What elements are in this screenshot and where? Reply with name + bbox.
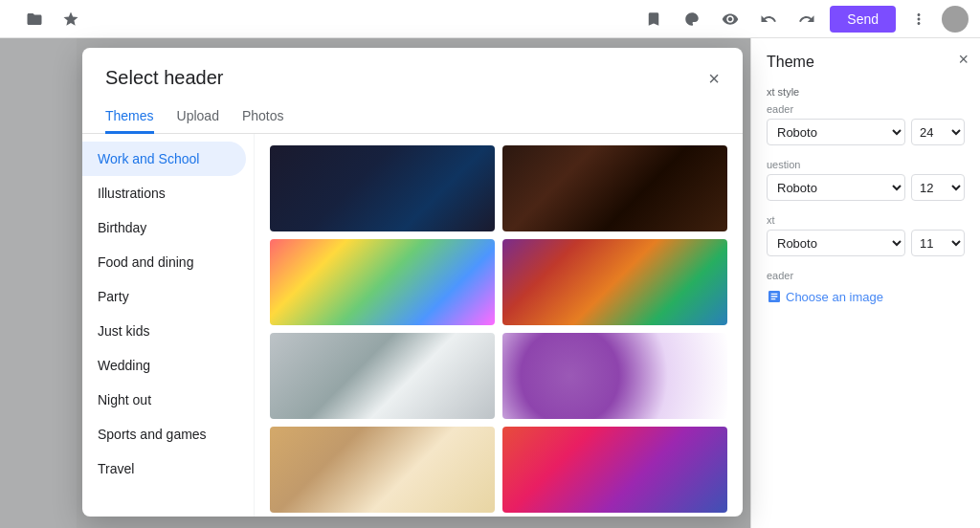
star-icon[interactable]	[56, 4, 86, 34]
question-font-row: Roboto 12	[767, 174, 965, 201]
redo-icon[interactable]	[791, 4, 822, 34]
text-style-label: xt style	[767, 86, 965, 98]
right-panel-close-button[interactable]: ×	[958, 50, 969, 70]
question-section: uestion Roboto 12	[767, 159, 965, 201]
image-tile-book[interactable]	[270, 427, 495, 513]
category-item-work-and-school[interactable]: Work and School	[82, 142, 246, 176]
category-list: Work and School Illustrations Birthday F…	[82, 134, 255, 517]
category-item-birthday[interactable]: Birthday	[82, 210, 246, 245]
category-item-illustrations[interactable]: Illustrations	[82, 176, 246, 210]
image-tile-candy[interactable]	[270, 239, 495, 325]
bookmark-icon[interactable]	[638, 4, 669, 34]
choose-image-button[interactable]: Choose an image	[767, 289, 965, 304]
toolbar: Send	[0, 0, 980, 38]
folder-icon[interactable]	[19, 4, 50, 34]
modal-close-button[interactable]: ×	[708, 69, 720, 88]
category-item-food-and-dining[interactable]: Food and dining	[82, 245, 246, 279]
modal-title: Select header	[105, 67, 223, 89]
image-grid	[255, 134, 743, 517]
category-item-night-out[interactable]: Night out	[82, 383, 246, 417]
header-image-label: eader	[767, 270, 965, 281]
modal-tabs: Themes Upload Photos	[82, 100, 743, 134]
avatar[interactable]	[942, 6, 969, 33]
header-font-select[interactable]: Roboto	[767, 119, 905, 145]
question-font-select[interactable]: Roboto	[767, 174, 905, 201]
category-item-party[interactable]: Party	[82, 279, 246, 314]
category-item-wedding[interactable]: Wedding	[82, 348, 246, 383]
choose-image-label: Choose an image	[786, 290, 883, 304]
text-style-section: xt style eader Roboto 24	[767, 86, 965, 145]
image-tile-threads[interactable]	[502, 239, 727, 325]
toolbar-left-icons	[19, 4, 86, 34]
category-item-travel[interactable]: Travel	[82, 451, 246, 486]
text-font-row: Roboto 11	[767, 230, 965, 256]
image-tile-colorful[interactable]	[502, 427, 727, 513]
category-item-sports-and-games[interactable]: Sports and games	[82, 417, 246, 451]
right-panel: Theme × xt style eader Roboto 24 uestion…	[750, 38, 980, 528]
undo-icon[interactable]	[753, 4, 784, 34]
tab-themes[interactable]: Themes	[105, 100, 154, 134]
question-label: uestion	[767, 159, 965, 170]
text-size-select[interactable]: 11	[911, 230, 965, 256]
select-header-modal: Select header × Themes Upload Photos Wor…	[82, 48, 743, 517]
question-size-select[interactable]: 12	[911, 174, 965, 201]
image-tile-bubbles[interactable]	[502, 333, 727, 419]
tab-upload[interactable]: Upload	[177, 100, 219, 134]
more-options-icon[interactable]	[903, 4, 934, 34]
modal-header: Select header ×	[82, 48, 743, 100]
image-tile-dance[interactable]	[270, 333, 495, 419]
right-panel-title: Theme	[767, 54, 965, 71]
tab-photos[interactable]: Photos	[242, 100, 284, 134]
send-button[interactable]: Send	[830, 6, 896, 33]
text-section: xt Roboto 11	[767, 214, 965, 256]
header-font-row: Roboto 24	[767, 119, 965, 145]
text-font-select[interactable]: Roboto	[767, 230, 905, 256]
image-tile-rain[interactable]	[270, 145, 495, 231]
palette-icon[interactable]	[677, 4, 707, 34]
eye-icon[interactable]	[715, 4, 746, 34]
header-image-section: eader Choose an image	[767, 270, 965, 304]
modal-body: Work and School Illustrations Birthday F…	[82, 134, 743, 517]
header-sub-label: eader	[767, 103, 965, 115]
image-tile-guitar[interactable]	[502, 145, 727, 231]
header-size-select[interactable]: 24	[911, 119, 965, 145]
text-label: xt	[767, 214, 965, 226]
category-item-just-kids[interactable]: Just kids	[82, 314, 246, 348]
